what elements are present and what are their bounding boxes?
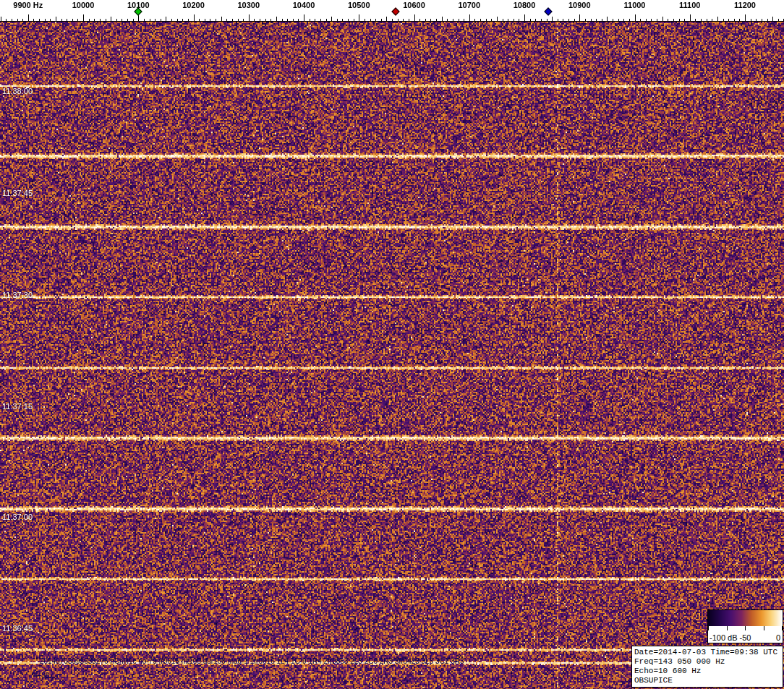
freq-tick-label: 10400 [293, 1, 315, 9]
time-cursor-label: ^t+38. [32, 672, 51, 680]
freq-tick-label: 11200 [734, 1, 756, 9]
legend-label-mid: -50 [740, 633, 751, 642]
time-axis-label: 11:38:00 [2, 87, 33, 95]
freq-tick-label: 10700 [458, 1, 480, 9]
detection-log-text: 20140703093638276 hChR1c no-79 fr0616 hi… [40, 657, 464, 665]
freq-tick-label: 10500 [348, 1, 370, 9]
freq-tick-label: 10600 [403, 1, 425, 9]
observation-info-panel: Date=2014-07-03 Time=09:38 UTC Freq=143 … [631, 646, 783, 688]
info-line-frequency: Freq=143 050 000 Hz [634, 657, 780, 667]
spectrogram-app: 9900 Hz100001010010200103001040010500106… [0, 0, 784, 689]
time-axis-label: 11:37:30 [2, 291, 33, 299]
frequency-ruler: 9900 Hz100001010010200103001040010500106… [0, 0, 784, 22]
info-line-date-time: Date=2014-07-03 Time=09:38 UTC [634, 648, 780, 657]
info-line-echo: Echo=10 600 Hz [634, 667, 780, 676]
freq-tick-label: 9900 Hz [13, 1, 43, 9]
spectrogram-canvas [0, 22, 784, 689]
time-axis-label: 11:37:45 [2, 189, 33, 197]
freq-tick-label: 11000 [624, 1, 646, 9]
time-axis-label: 11:37:15 [2, 402, 33, 411]
time-axis-label: 11:36:45 [2, 624, 33, 633]
info-line-station: OBSUPICE [634, 676, 780, 685]
freq-tick-label: 10200 [182, 1, 205, 9]
freq-tick-label: 10300 [237, 1, 260, 9]
time-axis-label: 11:37:00 [2, 513, 33, 521]
legend-label-min: -100 dB [710, 633, 738, 642]
color-scale-legend: -100 dB -50 0 [707, 609, 783, 643]
freq-tick-label: 10900 [568, 1, 591, 9]
freq-tick-label: 10000 [72, 1, 95, 9]
freq-tick-label: 11100 [679, 1, 700, 9]
freq-tick-label: 10800 [514, 1, 536, 9]
color-scale-gradient [708, 610, 783, 630]
legend-label-max: 0 [776, 633, 780, 642]
